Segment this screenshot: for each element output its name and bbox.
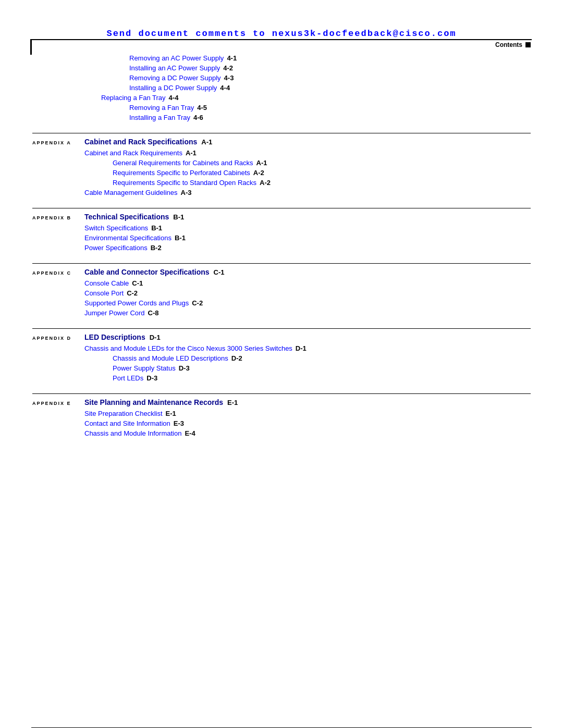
toc-item-cable-mgmt: Cable Management Guidelines A-3	[84, 189, 531, 196]
pre-appendix-entries: Removing an AC Power Supply 4-1 Installi…	[32, 54, 531, 121]
contents-square-icon	[525, 42, 531, 47]
top-border	[31, 39, 532, 40]
appendix-e-label: APPENDIX E	[32, 400, 84, 406]
toc-link-power-supply-status[interactable]: Power Supply Status	[113, 364, 176, 372]
appendix-d-header: APPENDIX D LED Descriptions D-1	[32, 333, 531, 341]
appendix-a-title-page: A-1	[201, 138, 212, 146]
toc-item-removing-dc: Removing a DC Power Supply 4-3	[67, 74, 531, 82]
toc-item-removing-fan: Removing a Fan Tray 4-5	[67, 104, 531, 112]
toc-link-removing-ac[interactable]: Removing an AC Power Supply	[129, 54, 224, 62]
toc-page-chassis-leds: D-1	[296, 344, 307, 352]
toc-page-port-leds: D-3	[146, 374, 157, 382]
toc-item-console-cable: Console Cable C-1	[84, 279, 531, 287]
contents-label: Contents	[495, 41, 531, 48]
toc-item-contact-site: Contact and Site Information E-3	[84, 419, 531, 427]
feedback-link[interactable]: Send document comments to nexus3k-docfee…	[0, 29, 563, 39]
toc-link-contact-site[interactable]: Contact and Site Information	[84, 419, 170, 427]
toc-item-chassis-led-desc: Chassis and Module LED Descriptions D-2	[84, 354, 531, 362]
appendix-c-title[interactable]: Cable and Connector Specifications	[84, 268, 210, 276]
appendix-e-divider	[32, 393, 531, 394]
toc-link-power-cords[interactable]: Supported Power Cords and Plugs	[84, 299, 189, 307]
toc-link-env-specs[interactable]: Environmental Specifications	[84, 234, 172, 242]
appendix-d-title[interactable]: LED Descriptions	[84, 333, 145, 341]
toc-page-gen-req-cabinets: A-1	[256, 159, 267, 167]
toc-link-removing-dc[interactable]: Removing a DC Power Supply	[129, 74, 221, 82]
toc-item-removing-ac: Removing an AC Power Supply 4-1	[67, 54, 531, 62]
toc-content: Removing an AC Power Supply 4-1 Installi…	[0, 54, 563, 437]
appendix-c-title-page: C-1	[214, 268, 225, 276]
appendix-e-title-page: E-1	[227, 399, 238, 406]
appendix-c-divider	[32, 263, 531, 264]
toc-link-chassis-led-desc[interactable]: Chassis and Module LED Descriptions	[113, 354, 228, 362]
toc-item-switch-specs: Switch Specifications B-1	[84, 224, 531, 232]
toc-item-replacing-fan: Replacing a Fan Tray 4-4	[67, 94, 531, 102]
toc-link-console-cable[interactable]: Console Cable	[84, 279, 129, 287]
appendix-a-entries: Cabinet and Rack Requirements A-1 Genera…	[32, 149, 531, 196]
appendix-b-title[interactable]: Technical Specifications	[84, 213, 169, 221]
toc-link-chassis-mod-info[interactable]: Chassis and Module Information	[84, 429, 181, 437]
toc-link-installing-dc[interactable]: Installing a DC Power Supply	[129, 84, 217, 92]
toc-item-port-leds: Port LEDs D-3	[84, 374, 531, 382]
toc-page-site-prep: E-1	[166, 410, 176, 417]
appendix-d-entries: Chassis and Module LEDs for the Cisco Ne…	[32, 344, 531, 382]
appendix-d-label: APPENDIX D	[32, 335, 84, 341]
toc-link-req-open-racks[interactable]: Requirements Specific to Standard Open R…	[113, 179, 256, 187]
toc-page-installing-dc: 4-4	[220, 84, 230, 92]
toc-item-gen-req-cabinets: General Requirements for Cabinets and Ra…	[84, 159, 531, 167]
toc-item-env-specs: Environmental Specifications B-1	[84, 234, 531, 242]
toc-item-installing-dc: Installing a DC Power Supply 4-4	[67, 84, 531, 92]
toc-page-console-port: C-2	[127, 289, 138, 297]
toc-link-port-leds[interactable]: Port LEDs	[113, 374, 143, 382]
toc-link-installing-ac[interactable]: Installing an AC Power Supply	[129, 64, 220, 72]
toc-link-switch-specs[interactable]: Switch Specifications	[84, 224, 148, 232]
appendix-b-section: APPENDIX B Technical Specifications B-1 …	[32, 208, 531, 252]
appendix-d-title-page: D-1	[150, 334, 161, 341]
toc-item-power-supply-status: Power Supply Status D-3	[84, 364, 531, 372]
toc-page-cable-mgmt: A-3	[181, 189, 192, 196]
toc-page-jumper-cord: C-8	[148, 309, 159, 317]
toc-page-removing-fan: 4-5	[197, 104, 207, 112]
toc-link-removing-fan[interactable]: Removing a Fan Tray	[129, 104, 194, 112]
appendix-e-header: APPENDIX E Site Planning and Maintenance…	[32, 398, 531, 406]
appendix-c-entries: Console Cable C-1 Console Port C-2 Suppo…	[32, 279, 531, 317]
toc-link-req-perforated[interactable]: Requirements Specific to Perforated Cabi…	[113, 169, 250, 177]
toc-link-replacing-fan[interactable]: Replacing a Fan Tray	[101, 94, 166, 102]
toc-page-req-open-racks: A-2	[260, 179, 271, 187]
toc-page-cab-rack-req: A-1	[186, 149, 197, 157]
appendix-b-title-page: B-1	[173, 213, 184, 221]
toc-item-power-specs: Power Specifications B-2	[84, 244, 531, 252]
appendix-b-divider	[32, 208, 531, 208]
toc-page-power-specs: B-2	[151, 244, 162, 252]
appendix-e-section: APPENDIX E Site Planning and Maintenance…	[32, 393, 531, 437]
toc-link-site-prep[interactable]: Site Preparation Checklist	[84, 410, 163, 417]
appendix-b-entries: Switch Specifications B-1 Environmental …	[32, 224, 531, 252]
toc-link-installing-fan[interactable]: Installing a Fan Tray	[129, 114, 190, 121]
toc-page-chassis-mod-info: E-4	[185, 429, 195, 437]
toc-item-cab-rack-req: Cabinet and Rack Requirements A-1	[84, 149, 531, 157]
toc-link-console-port[interactable]: Console Port	[84, 289, 124, 297]
appendix-a-section: APPENDIX A Cabinet and Rack Specificatio…	[32, 133, 531, 196]
toc-page-removing-dc: 4-3	[224, 74, 234, 82]
toc-link-gen-req-cabinets[interactable]: General Requirements for Cabinets and Ra…	[113, 159, 253, 167]
toc-link-chassis-leds[interactable]: Chassis and Module LEDs for the Cisco Ne…	[84, 344, 292, 352]
toc-link-jumper-cord[interactable]: Jumper Power Cord	[84, 309, 145, 317]
appendix-c-header: APPENDIX C Cable and Connector Specifica…	[32, 268, 531, 276]
appendix-e-entries: Site Preparation Checklist E-1 Contact a…	[32, 410, 531, 437]
toc-page-switch-specs: B-1	[151, 224, 162, 232]
toc-item-chassis-mod-info: Chassis and Module Information E-4	[84, 429, 531, 437]
appendix-c-section: APPENDIX C Cable and Connector Specifica…	[32, 263, 531, 317]
toc-item-chassis-leds: Chassis and Module LEDs for the Cisco Ne…	[84, 344, 531, 352]
appendix-a-title[interactable]: Cabinet and Rack Specifications	[84, 138, 197, 146]
appendix-e-title[interactable]: Site Planning and Maintenance Records	[84, 398, 223, 406]
toc-page-env-specs: B-1	[175, 234, 186, 242]
toc-link-cab-rack-req[interactable]: Cabinet and Rack Requirements	[84, 149, 182, 157]
toc-page-power-supply-status: D-3	[179, 364, 190, 372]
toc-item-req-open-racks: Requirements Specific to Standard Open R…	[84, 179, 531, 187]
toc-item-installing-fan: Installing a Fan Tray 4-6	[67, 114, 531, 121]
appendix-a-divider	[32, 133, 531, 133]
toc-link-cable-mgmt[interactable]: Cable Management Guidelines	[84, 189, 178, 196]
toc-link-power-specs[interactable]: Power Specifications	[84, 244, 148, 252]
appendix-d-section: APPENDIX D LED Descriptions D-1 Chassis …	[32, 328, 531, 382]
toc-page-installing-ac: 4-2	[223, 64, 233, 72]
toc-item-site-prep: Site Preparation Checklist E-1	[84, 410, 531, 417]
